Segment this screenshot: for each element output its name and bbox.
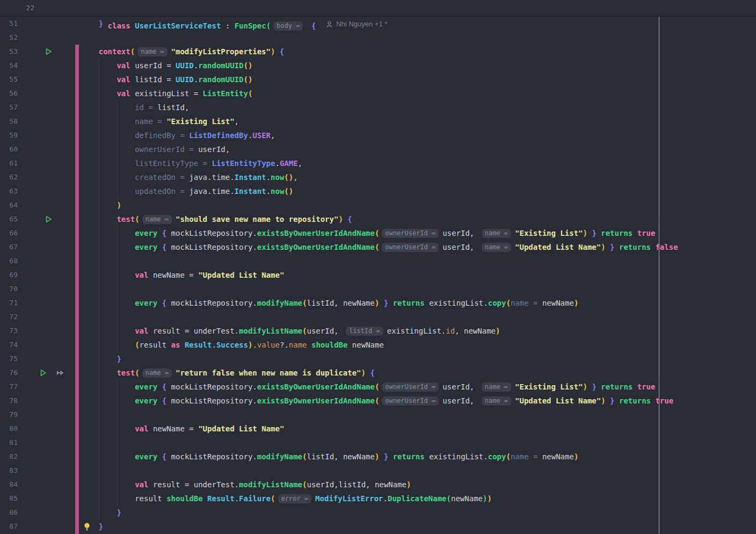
- code-line[interactable]: 86 }: [0, 506, 756, 519]
- code-line-text[interactable]: test(name ="return false when new name i…: [81, 366, 375, 380]
- code-token: USER: [252, 131, 271, 140]
- code-line[interactable]: 77 every { mockListRepository.existsByOw…: [0, 380, 756, 394]
- code-token: (: [271, 494, 275, 503]
- code-token: existsByOwnerUserIdAndName: [257, 229, 375, 237]
- sticky-header-code[interactable]: class UserListServiceTest : FunSpec(body…: [81, 0, 387, 16]
- code-line-text[interactable]: createdOn = java.time.Instant.now(),: [81, 170, 298, 184]
- code-line[interactable]: 84 val result = underTest.modifyListName…: [0, 478, 756, 492]
- code-token: [388, 452, 392, 461]
- code-line[interactable]: 75 }: [0, 352, 756, 366]
- code-token: {: [162, 243, 166, 251]
- code-line[interactable]: 72: [0, 310, 756, 324]
- code-line-text[interactable]: }: [81, 519, 103, 533]
- code-line[interactable]: 64 ): [0, 198, 756, 212]
- code-token: [81, 61, 117, 70]
- code-line-text[interactable]: val result = underTest.modifyListName(us…: [81, 478, 411, 492]
- code-line[interactable]: 62 createdOn = java.time.Instant.now(),: [0, 170, 756, 184]
- code-line[interactable]: 78 every { mockListRepository.existsByOw…: [0, 394, 756, 408]
- line-number: 68: [0, 254, 18, 268]
- sticky-header[interactable]: 22 class UserListServiceTest : FunSpec(b…: [0, 0, 756, 17]
- code-line-text[interactable]: ): [81, 198, 121, 212]
- code-line[interactable]: 58 name = "Existing List",: [0, 114, 756, 128]
- code-line-text[interactable]: every { mockListRepository.modifyName(li…: [81, 450, 578, 464]
- run-test-button[interactable]: [44, 47, 53, 56]
- code-token: userId,: [442, 396, 478, 405]
- code-line[interactable]: 57 id = listId,: [0, 100, 756, 114]
- code-token: =: [144, 103, 157, 112]
- code-line[interactable]: 71 every { mockListRepository.modifyName…: [0, 296, 756, 310]
- line-number: 85: [0, 492, 18, 506]
- code-line[interactable]: 82 every { mockListRepository.modifyName…: [0, 450, 756, 464]
- code-line[interactable]: 74 (result as Result.Success).value?.nam…: [0, 338, 756, 352]
- code-line[interactable]: 73 val result = underTest.modifyListName…: [0, 324, 756, 338]
- code-line[interactable]: 63 updatedOn = java.time.Instant.now(): [0, 184, 756, 198]
- code-token: [81, 159, 135, 168]
- code-line[interactable]: 60 ownerUserId = userId,: [0, 142, 756, 156]
- code-token: returns: [619, 243, 651, 251]
- code-token: true: [637, 229, 656, 237]
- code-line-text[interactable]: val newName = "Updated List Name": [81, 422, 284, 436]
- code-token: ListEntityType: [212, 159, 275, 168]
- code-line-text[interactable]: val newName = "Updated List Name": [81, 268, 284, 282]
- code-line[interactable]: 56 val existingList = ListEntity(: [0, 86, 756, 100]
- code-line[interactable]: 80 val newName = "Updated List Name": [0, 422, 756, 436]
- code-line[interactable]: 67 every { mockListRepository.existsByOw…: [0, 240, 756, 254]
- code-line[interactable]: 59 definedBy = ListDefinedBy.USER,: [0, 128, 756, 142]
- code-line[interactable]: 69 val newName = "Updated List Name": [0, 268, 756, 282]
- code-line[interactable]: 83: [0, 464, 756, 478]
- code-line-text[interactable]: listEntityType = ListEntityType.GAME,: [81, 156, 302, 170]
- code-line[interactable]: 52: [0, 31, 756, 45]
- code-token: [606, 243, 610, 251]
- code-token: {: [311, 21, 316, 30]
- code-token: }: [592, 383, 596, 391]
- code-line-text[interactable]: test(name ="should save new name to repo…: [81, 212, 352, 226]
- code-line[interactable]: 55 val listId = UUID.randomUUID(): [0, 73, 756, 86]
- code-line-text[interactable]: result shouldBe Result.Failure(error =Mo…: [81, 492, 492, 506]
- code-token: =: [529, 299, 542, 307]
- code-line-text[interactable]: every { mockListRepository.existsByOwner…: [81, 240, 678, 254]
- code-line[interactable]: 68: [0, 254, 756, 268]
- code-line-text[interactable]: val existingList = ListEntity(: [81, 86, 252, 100]
- code-token: ): [583, 383, 587, 391]
- vcs-change-bar[interactable]: [75, 45, 79, 534]
- code-token: existsByOwnerUserIdAndName: [257, 383, 375, 391]
- code-token: (): [284, 173, 293, 182]
- code-token: "Updated List Name": [198, 271, 284, 279]
- code-token: context: [99, 47, 130, 56]
- code-line[interactable]: 79: [0, 408, 756, 422]
- code-token: mockListRepository.: [166, 243, 257, 251]
- code-line-text[interactable]: }: [81, 506, 121, 519]
- code-token: userId,listId, newName: [307, 480, 406, 489]
- code-line[interactable]: 54 val userId = UUID.randomUUID(): [0, 59, 756, 73]
- code-line[interactable]: 81: [0, 436, 756, 450]
- run-to-cursor-icon[interactable]: [56, 369, 64, 377]
- run-test-button[interactable]: [39, 369, 47, 377]
- code-line-text[interactable]: (result as Result.Success).value?.name s…: [81, 338, 384, 352]
- code-line-text[interactable]: val userId = UUID.randomUUID(): [81, 59, 252, 73]
- code-line-text[interactable]: id = listId,: [81, 100, 189, 114]
- code-line[interactable]: 61 listEntityType = ListEntityType.GAME,: [0, 156, 756, 170]
- code-line-text[interactable]: updatedOn = java.time.Instant.now(): [81, 184, 293, 198]
- code-line-text[interactable]: val result = underTest.modifyListName(us…: [81, 324, 500, 338]
- code-line-text[interactable]: val listId = UUID.randomUUID(): [81, 73, 252, 86]
- code-line[interactable]: 66 every { mockListRepository.existsByOw…: [0, 226, 756, 240]
- code-line-text[interactable]: every { mockListRepository.existsByOwner…: [81, 394, 673, 408]
- code-line-text[interactable]: ownerUserId = userId,: [81, 142, 230, 156]
- code-line-text[interactable]: every { mockListRepository.modifyName(li…: [81, 296, 578, 310]
- code-line-text[interactable]: every { mockListRepository.existsByOwner…: [81, 226, 655, 240]
- run-test-button[interactable]: [44, 215, 53, 223]
- code-line[interactable]: 53 context(name ="modifyListProperties")…: [0, 45, 756, 59]
- code-line[interactable]: 87 }: [0, 519, 756, 533]
- code-token: now: [271, 187, 284, 196]
- code-rows[interactable]: 51 }5253 context(name ="modifyListProper…: [0, 17, 756, 533]
- code-line[interactable]: 65 test(name ="should save new name to r…: [0, 212, 756, 226]
- line-number: 63: [0, 184, 18, 198]
- code-line-text[interactable]: every { mockListRepository.existsByOwner…: [81, 380, 655, 394]
- code-line-text[interactable]: definedBy = ListDefinedBy.USER,: [81, 128, 275, 142]
- code-line-text[interactable]: context(name ="modifyListProperties") {: [81, 45, 284, 59]
- code-line[interactable]: 76 test(name ="return false when new nam…: [0, 366, 756, 380]
- code-line-text[interactable]: }: [81, 352, 121, 366]
- code-line-text[interactable]: name = "Existing List",: [81, 114, 239, 128]
- code-line[interactable]: 70: [0, 282, 756, 296]
- code-line[interactable]: 85 result shouldBe Result.Failure(error …: [0, 492, 756, 506]
